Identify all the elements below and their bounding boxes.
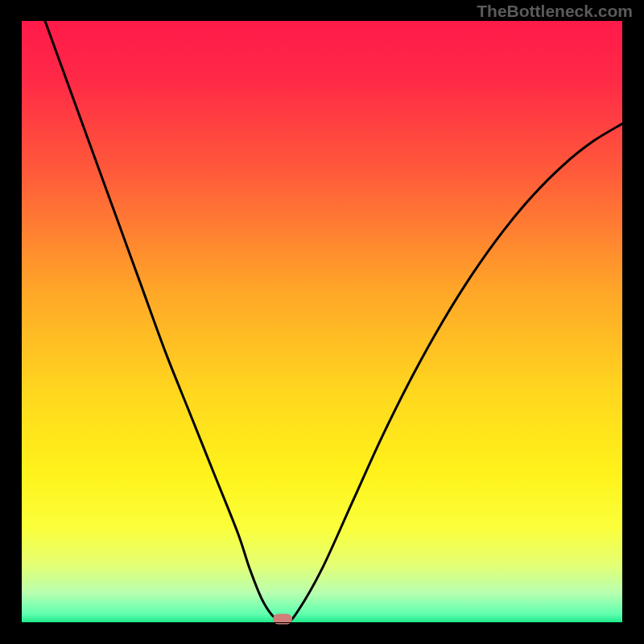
plot-area	[21, 21, 623, 623]
curve-svg	[21, 21, 623, 623]
bottleneck-curve	[45, 21, 623, 623]
watermark-text: TheBottleneck.com	[477, 2, 633, 21]
plot-inner	[21, 21, 623, 623]
optimal-point-marker	[273, 613, 292, 624]
